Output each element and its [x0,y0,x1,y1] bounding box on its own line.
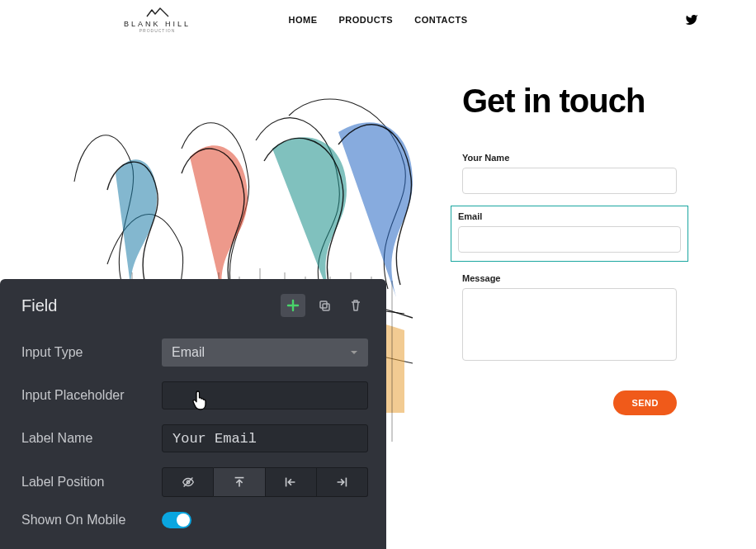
panel-title: Field [21,296,57,315]
field-editor-panel: Field Input Type Email Input Placeholder [0,279,386,549]
arrow-left-bar-icon [283,475,298,490]
placeholder-label: Input Placeholder [21,388,162,403]
label-name-label: Label Name [21,431,162,446]
site-header: BLANK HILL PRODUCTION HOME PRODUCTS CONT… [0,0,756,41]
duplicate-field-button[interactable] [312,294,337,317]
chevron-down-icon [350,348,358,357]
copy-icon [318,299,331,312]
placeholder-input[interactable] [162,381,368,409]
field-message: Message [462,273,677,364]
svg-rect-16 [320,301,327,308]
row-input-placeholder: Input Placeholder [21,381,368,409]
input-type-value: Email [172,345,205,360]
eye-off-icon [181,475,196,490]
nav-products[interactable]: PRODUCTS [338,15,393,25]
label-name-input[interactable] [162,424,368,452]
svg-rect-17 [323,304,329,310]
plus-icon [286,299,300,312]
input-type-select[interactable]: Email [162,338,368,367]
row-shown-on-mobile: Shown On Mobile [21,512,368,528]
twitter-icon [685,13,698,26]
brand-subtitle: PRODUCTION [139,28,176,33]
social-twitter[interactable] [685,13,698,30]
add-field-button[interactable] [281,294,305,317]
arrow-up-bar-icon [232,475,247,490]
label-position-group [162,467,368,497]
arrow-right-bar-icon [334,475,349,490]
message-textarea[interactable] [462,288,677,361]
main-nav: HOME PRODUCTS CONTACTS [288,15,467,25]
row-input-type: Input Type Email [21,338,368,367]
form-heading: Get in touch [462,83,677,120]
nav-contacts[interactable]: CONTACTS [414,15,467,25]
name-input[interactable] [462,168,677,194]
contact-form: Get in touch Your Name Email Message SEN… [462,66,677,446]
email-input[interactable] [458,226,681,253]
row-label-position: Label Position [21,467,368,497]
position-left[interactable] [266,467,317,497]
email-label: Email [458,211,681,221]
send-button[interactable]: SEND [613,390,677,415]
brand-logo: BLANK HILL PRODUCTION [124,7,191,33]
label-position-label: Label Position [21,475,162,490]
shown-mobile-toggle[interactable] [162,512,191,528]
row-label-name: Label Name [21,424,368,452]
delete-field-button[interactable] [343,294,368,317]
nav-home[interactable]: HOME [288,15,317,25]
mountain-icon [145,7,170,18]
trash-icon [349,299,362,312]
shown-mobile-label: Shown On Mobile [21,513,162,528]
input-type-label: Input Type [21,345,162,360]
position-hidden[interactable] [162,467,214,497]
field-your-name: Your Name [462,153,677,194]
brand-name: BLANK HILL [124,20,191,28]
name-label: Your Name [462,153,677,163]
field-email[interactable]: Email [451,206,688,262]
position-right[interactable] [317,467,368,497]
message-label: Message [462,273,677,283]
position-top[interactable] [214,467,265,497]
